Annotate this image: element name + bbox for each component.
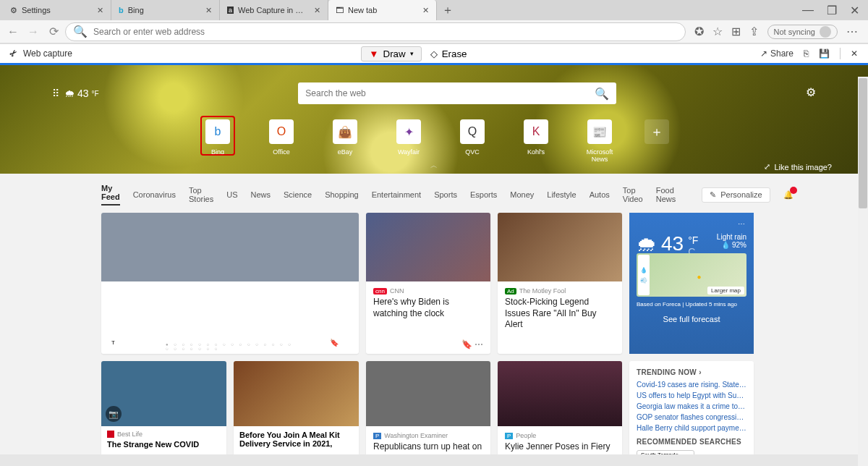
collections-icon[interactable]: ⊞ xyxy=(731,25,741,38)
omnibox[interactable]: 🔍 xyxy=(65,22,686,41)
address-input[interactable] xyxy=(93,27,678,37)
menu-icon[interactable]: ⋯ xyxy=(846,25,858,38)
news-card[interactable]: PWashington ExaminerRepublicans turn up … xyxy=(366,361,490,454)
draw-button[interactable]: ▼ Draw ▾ xyxy=(361,46,421,62)
feednav-lifestyle[interactable]: Lifestyle xyxy=(547,190,576,199)
notifications-button[interactable]: 🔔 xyxy=(783,190,793,200)
news-card[interactable]: cnnCNN Here's why Biden is watching the … xyxy=(366,213,490,354)
minimize-button[interactable]: — xyxy=(802,4,814,17)
bookmark-icon[interactable]: 🔖 xyxy=(330,339,339,347)
feednav-autos[interactable]: Autos xyxy=(590,190,610,199)
quicklink-label: Bing xyxy=(199,148,237,156)
tab-label: New tab xyxy=(348,6,377,14)
copy-button[interactable]: ⎘ xyxy=(804,48,809,59)
favorites-icon[interactable]: ☆ xyxy=(712,25,723,38)
trending-link[interactable]: Halle Berry child support payments slash… xyxy=(637,424,746,432)
feednav-coronavirus[interactable]: Coronavirus xyxy=(133,190,176,199)
close-window-button[interactable]: ✕ xyxy=(850,4,859,17)
news-card[interactable]: 📷 Best LifeThe Strange New COVID xyxy=(101,361,226,454)
scrollbar-thumb[interactable] xyxy=(859,78,867,208)
close-icon[interactable]: ✕ xyxy=(205,6,212,15)
personalize-button[interactable]: ✎ Personalize xyxy=(702,187,770,203)
tab-newtab[interactable]: 🗔 New tab ✕ xyxy=(328,0,437,20)
feednav-entertainment[interactable]: Entertainment xyxy=(372,190,421,199)
like-image-prompt[interactable]: ⤢ Like this image? xyxy=(764,162,833,171)
feednav-science[interactable]: Science xyxy=(284,190,312,199)
expand-chevron[interactable]: ︿ xyxy=(0,161,868,171)
quicklink-bing[interactable]: bBing xyxy=(199,119,237,163)
recommended-search-pill[interactable]: South Tornado Outbreak xyxy=(637,450,694,454)
settings-icon[interactable]: ⚙ xyxy=(806,85,816,99)
erase-button[interactable]: ◇ Erase xyxy=(426,46,472,62)
headline-card[interactable]: These 31 states are expanding Covid-19 v… xyxy=(101,213,359,354)
trending-link[interactable]: Georgia law makes it a crime to give foo… xyxy=(637,402,746,410)
share-icon[interactable]: ⇪ xyxy=(749,25,759,38)
quicklink-wayfair[interactable]: ✦Wayfair xyxy=(390,119,427,163)
trending-link[interactable]: US offers to help Egypt with Suez blocka… xyxy=(637,391,746,399)
tab-webcapture-article[interactable]: a Web Capture in Microsoft Edge: ✕ xyxy=(220,0,328,20)
app-launcher-icon[interactable]: ⠿ xyxy=(52,88,57,99)
quicklink-office[interactable]: OOffice xyxy=(263,119,300,163)
share-button[interactable]: ↗ Share xyxy=(760,48,793,59)
more-icon[interactable]: ⋯ xyxy=(637,220,746,228)
card-image xyxy=(234,361,359,426)
address-bar: ← → ⟳ 🔍 ✪ ☆ ⊞ ⇪ Not syncing ⋯ xyxy=(0,20,868,43)
close-icon[interactable]: ✕ xyxy=(314,6,320,15)
ad-tag: Ad xyxy=(505,288,516,295)
carousel-dots[interactable]: ● ○ ○ ○ ○ ○ ○ ○ ○ ○ ○ ○ ○ ○ ○ ○ ○ ○ ○ ○ … xyxy=(166,342,294,351)
news-card[interactable]: PPeopleKylie Jenner Poses in Fiery xyxy=(498,361,622,454)
new-tab-button[interactable]: ＋ xyxy=(437,0,459,20)
chevron-right-icon[interactable]: › xyxy=(699,368,702,376)
tab-settings[interactable]: ⚙ Settings ✕ xyxy=(3,0,111,20)
news-card[interactable]: Before You Join A Meal Kit Delivery Serv… xyxy=(234,361,359,454)
feednav-money[interactable]: Money xyxy=(510,190,534,199)
camera-icon: 📷 xyxy=(106,406,122,422)
headline-title: These 31 states are expanding Covid-19 v… xyxy=(110,304,350,335)
quicklink-tile: b xyxy=(205,119,230,144)
close-capture-button[interactable]: ✕ xyxy=(851,48,858,59)
close-icon[interactable]: ✕ xyxy=(97,6,103,15)
recommended-header: RECOMMENDED SEARCHES xyxy=(637,438,746,446)
forward-button[interactable]: → xyxy=(25,25,42,38)
tab-bing[interactable]: b Bing ✕ xyxy=(111,0,220,20)
feednav-top-video[interactable]: Top Video xyxy=(623,186,643,203)
quicklink-qvc[interactable]: QQVC xyxy=(454,119,491,163)
close-icon[interactable]: ✕ xyxy=(422,6,429,15)
feednav-food-news[interactable]: Food News xyxy=(656,186,676,203)
profile-sync[interactable]: Not syncing xyxy=(767,25,838,39)
feednav-news[interactable]: News xyxy=(251,190,271,199)
trending-link[interactable]: GOP senator flashes congressional pin af… xyxy=(637,413,746,421)
feednav-us[interactable]: US xyxy=(226,190,237,199)
quicklink-kohl-s[interactable]: KKohl's xyxy=(517,119,555,163)
hero-search[interactable]: 🔍 xyxy=(298,82,616,104)
weather-map[interactable]: 🌡💧💨☁ ● Larger map xyxy=(637,253,746,297)
map-legend: 🌡💧💨☁ xyxy=(638,255,650,295)
hero-search-input[interactable] xyxy=(305,88,589,98)
quicklink-ebay[interactable]: 👜eBay xyxy=(326,119,364,163)
bookmark-icon[interactable]: 🔖 xyxy=(461,339,472,350)
maximize-button[interactable]: ❐ xyxy=(827,4,837,17)
ad-card[interactable]: AdThe Motley Fool Stock-Picking Legend I… xyxy=(498,213,622,354)
refresh-button[interactable]: ⟳ xyxy=(45,25,62,38)
save-button[interactable]: 💾 xyxy=(819,48,830,59)
feednav-my-feed[interactable]: My Feed xyxy=(101,184,120,206)
see-forecast-link[interactable]: See full forecast xyxy=(637,315,746,323)
feednav-sports[interactable]: Sports xyxy=(434,190,457,199)
back-button[interactable]: ← xyxy=(4,25,22,38)
weather-unit-f[interactable]: °F xyxy=(688,234,698,246)
feednav-esports[interactable]: Esports xyxy=(470,190,497,199)
more-icon[interactable]: ⋯ xyxy=(343,339,350,347)
add-quicklink-button[interactable]: ＋ xyxy=(644,119,669,144)
feednav-shopping[interactable]: Shopping xyxy=(325,190,359,199)
more-icon[interactable]: ⋯ xyxy=(475,339,483,350)
larger-map-button[interactable]: Larger map xyxy=(707,287,744,295)
weather-pill[interactable]: 🌧 43 °F xyxy=(64,88,99,99)
tracking-icon[interactable]: ✪ xyxy=(694,25,704,38)
quicklink-microsoft-news[interactable]: 📰Microsoft News xyxy=(581,119,618,163)
search-icon[interactable]: 🔍 xyxy=(595,87,609,101)
vertical-scrollbar[interactable] xyxy=(858,77,868,466)
trending-link[interactable]: Covid-19 cases are rising. States are op… xyxy=(637,381,746,389)
trending-header: TRENDING NOW xyxy=(637,368,697,376)
capture-icon: ✂ xyxy=(8,48,20,60)
feednav-top-stories[interactable]: Top Stories xyxy=(189,186,213,203)
